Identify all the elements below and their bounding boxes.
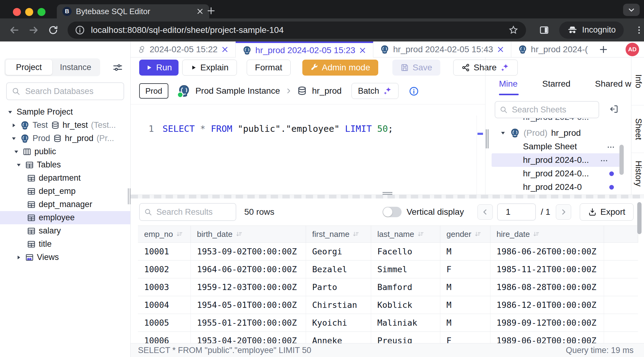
tab-starred[interactable]: Starred [542,79,571,89]
sheet-menu-icon[interactable] [600,155,608,165]
cell[interactable]: Simmel [371,261,440,278]
sort-icon[interactable] [236,231,242,237]
new-tab-button[interactable] [206,6,216,15]
cell[interactable]: Bamford [371,278,440,296]
worksheet-tab-1[interactable]: 2024-02-05 15:22 [131,41,236,57]
cell[interactable]: 1986-08-28T00:00:00Z [490,278,604,296]
cell[interactable]: 10003 [138,278,191,296]
site-info-icon[interactable] [75,25,85,35]
tree-item-hr-test[interactable]: Test hr_test (Test... [0,119,130,132]
cell[interactable]: Chirstian [306,296,371,314]
rail-tab-info[interactable]: Info [631,57,644,105]
environment-chip[interactable]: Prod [139,83,168,99]
cell[interactable]: 1986-06-26T00:00:00Z [490,243,604,261]
format-button[interactable]: Format [247,60,291,76]
import-sheet-icon[interactable] [609,104,619,114]
cell[interactable]: Bezalel [306,261,371,278]
browser-tab[interactable]: B Bytebase SQL Editor [57,4,209,18]
cell[interactable]: Kyoichi [306,314,371,332]
panel-splitter[interactable] [485,57,489,194]
sheet-menu-icon[interactable] [607,142,615,151]
editor-scrollbar-gutter[interactable] [477,116,485,194]
sheet-group-hr-prod[interactable]: (Prod) hr_prod [489,126,631,140]
sheet-item-sample-sheet[interactable]: Sample Sheet [489,140,631,153]
close-icon[interactable] [359,47,366,54]
database-search[interactable] [6,82,124,100]
add-worksheet-button[interactable] [595,41,612,57]
cell[interactable]: 1955-01-21T00:00:00Z [191,314,306,332]
results-splitter[interactable] [131,194,644,198]
cell[interactable]: 10002 [138,261,191,278]
vertical-display-toggle[interactable] [383,207,402,217]
sort-icon[interactable] [352,231,359,237]
sheet-search[interactable] [495,101,599,118]
sheet-item-clipped-bottom[interactable]: hr_prod 2024-0 [489,180,631,194]
cell[interactable]: M [440,296,490,314]
close-icon[interactable] [497,46,504,53]
worksheet-tab-2-active[interactable]: hr_prod 2024-02-05 15:23 [236,41,373,57]
run-button[interactable]: Run [139,60,179,76]
splitter-grip-icon[interactable] [486,129,489,148]
caret-right-icon[interactable] [10,122,17,129]
column-header-birth-date[interactable]: birth_date [191,226,306,243]
url-bar[interactable]: localhost:8080/sql-editor/sheet/project-… [68,22,526,39]
column-header-last-name[interactable]: last_name [371,226,440,243]
avatar[interactable]: AD [626,43,639,56]
tab-mine[interactable]: Mine [499,79,518,89]
cell[interactable]: Preusig [371,332,440,343]
rail-tab-sheet[interactable]: Sheet [631,105,644,153]
tree-item-table-dept-manager[interactable]: dept_manager [0,198,130,211]
tree-item-project[interactable]: Sample Project [0,105,130,119]
sheet-item-selected[interactable]: hr_prod 2024-0... [492,153,622,167]
tab-project[interactable]: Project [6,60,52,75]
tree-item-table-title[interactable]: title [0,237,130,251]
cell[interactable]: 1964-06-02T00:00:00Z [191,261,306,278]
column-header-emp-no[interactable]: emp_no [138,226,191,243]
cell[interactable]: 10006 [138,332,191,343]
cell[interactable]: Parto [306,278,371,296]
explain-button[interactable]: Explain [182,60,237,76]
cell[interactable]: F [440,332,490,343]
tab-instance[interactable]: Instance [52,60,99,75]
sql-editor[interactable]: 1 SELECT * FROM "public"."employee" LIMI… [131,104,485,194]
caret-down-icon[interactable] [13,148,20,155]
tab-search-button[interactable] [623,4,640,16]
forward-button[interactable] [28,25,39,36]
bookmark-star-icon[interactable] [508,25,519,35]
tree-item-views[interactable]: Views [0,251,130,264]
tree-item-tables[interactable]: Tables [0,158,130,171]
column-header-first-name[interactable]: first_name [306,226,371,243]
cell[interactable]: 1985-11-21T00:00:00Z [490,261,604,278]
database-name[interactable]: hr_prod [312,86,342,96]
results-search[interactable] [139,203,236,221]
caret-right-icon[interactable] [15,254,22,261]
cell[interactable]: 10001 [138,243,191,261]
caret-down-icon[interactable] [15,162,22,168]
browser-menu-button[interactable] [634,25,644,35]
sheet-list-scrollbar[interactable] [619,145,624,175]
cell[interactable]: Facello [371,243,440,261]
tree-item-table-salary[interactable]: salary [0,224,130,237]
cell[interactable]: M [440,314,490,332]
reload-button[interactable] [48,25,58,35]
page-number-input[interactable] [497,203,536,221]
cell[interactable]: 1989-06-02T00:00:00Z [490,332,604,343]
tab-shared-with-me[interactable]: Shared w [595,79,631,89]
sort-icon[interactable] [176,231,183,237]
column-header-gender[interactable]: gender [440,226,490,243]
sheet-item-unsaved[interactable]: hr_prod 2024-0... [489,167,631,180]
cell[interactable]: 1986-12-01T00:00:00Z [490,296,604,314]
sort-icon[interactable] [417,231,424,237]
tree-item-table-dept-emp[interactable]: dept_emp [0,185,130,198]
column-header-hire-date[interactable]: hire_date [490,226,604,243]
sidebar-filter-icon[interactable] [112,62,123,73]
cell[interactable]: Georgi [306,243,371,261]
sort-icon[interactable] [474,231,481,237]
search-sheets-input[interactable] [511,105,594,115]
connection-info-icon[interactable] [409,86,419,96]
search-results-input[interactable] [156,207,231,217]
cell[interactable]: 10004 [138,296,191,314]
tree-item-table-department[interactable]: department [0,171,130,185]
back-button[interactable] [9,25,20,36]
caret-down-icon[interactable] [500,130,506,136]
